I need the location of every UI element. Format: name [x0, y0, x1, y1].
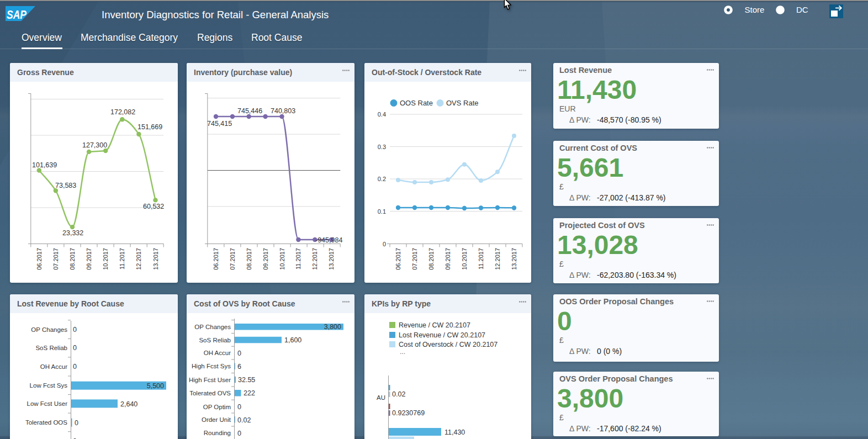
svg-text:12.2017: 12.2017	[311, 248, 318, 270]
svg-text:0.9230769: 0.9230769	[392, 409, 425, 417]
svg-text:High Fcst Sys: High Fcst Sys	[192, 363, 231, 369]
svg-text:Tolerated OVS: Tolerated OVS	[189, 390, 231, 396]
svg-text:Low Fcst Sys: Low Fcst Sys	[30, 382, 68, 389]
svg-text:0: 0	[73, 363, 77, 371]
svg-text:AU: AU	[377, 394, 385, 401]
svg-text:0: 0	[383, 241, 386, 247]
svg-text:6: 6	[237, 363, 241, 371]
svg-text:740,803: 740,803	[271, 107, 295, 115]
svg-text:07.2017: 07.2017	[411, 248, 418, 270]
svg-text:SoS Reliab: SoS Reliab	[199, 337, 231, 343]
svg-text:0.02: 0.02	[237, 416, 251, 424]
svg-text:745,446: 745,446	[237, 107, 262, 115]
svg-text:OH Accur: OH Accur	[40, 363, 67, 370]
svg-text:High Fcst User: High Fcst User	[189, 377, 231, 383]
svg-text:13.2017: 13.2017	[511, 248, 517, 270]
svg-text:09.2017: 09.2017	[86, 248, 92, 270]
svg-text:32.55: 32.55	[238, 376, 255, 384]
svg-text:OP Changes: OP Changes	[31, 326, 67, 333]
svg-text:OP Changes: OP Changes	[194, 324, 231, 330]
svg-text:OH Accur: OH Accur	[204, 350, 231, 356]
svg-text:11,430: 11,430	[444, 429, 465, 436]
svg-text:0: 0	[237, 403, 241, 411]
svg-text:Tolerated OOS: Tolerated OOS	[25, 419, 67, 426]
svg-text:172,082: 172,082	[110, 108, 135, 116]
svg-text:Rounding: Rounding	[204, 430, 231, 436]
svg-text:10.2017: 10.2017	[461, 248, 468, 270]
svg-text:07.2017: 07.2017	[52, 248, 59, 270]
svg-text:11.2017: 11.2017	[295, 248, 301, 269]
svg-text:0.1: 0.1	[378, 208, 386, 215]
svg-text:-945,984: -945,984	[315, 236, 342, 244]
svg-text:Revenue / CW 20.2107: Revenue / CW 20.2107	[399, 321, 470, 329]
svg-text:13.2017: 13.2017	[328, 248, 335, 270]
svg-text:10.2017: 10.2017	[279, 248, 285, 270]
svg-text:3,800: 3,800	[324, 323, 341, 331]
svg-text:06.2017: 06.2017	[395, 248, 401, 270]
svg-text:0.02: 0.02	[392, 390, 405, 398]
svg-text:0.4: 0.4	[378, 111, 386, 118]
svg-text:2,640: 2,640	[120, 400, 137, 408]
svg-text:SoS Reliab: SoS Reliab	[35, 345, 67, 351]
svg-text:5,500: 5,500	[147, 382, 164, 390]
svg-text:08.2017: 08.2017	[428, 248, 435, 270]
svg-text:0: 0	[237, 350, 241, 357]
svg-text:08.2017: 08.2017	[69, 248, 76, 270]
svg-text:127,300: 127,300	[82, 141, 107, 149]
svg-text:23,332: 23,332	[62, 229, 83, 237]
svg-text:...: ...	[400, 348, 405, 356]
svg-text:11.2017: 11.2017	[478, 248, 484, 269]
svg-text:151,669: 151,669	[137, 123, 162, 131]
svg-text:13.2017: 13.2017	[152, 248, 159, 270]
svg-text:Cost of Overstock / CW 20.2107: Cost of Overstock / CW 20.2107	[399, 341, 497, 348]
svg-text:OOS Rate: OOS Rate	[400, 99, 433, 107]
svg-text:0.3: 0.3	[378, 144, 386, 150]
svg-text:0.2: 0.2	[378, 176, 386, 182]
svg-text:OVS Rate: OVS Rate	[446, 99, 479, 107]
svg-text:0: 0	[73, 326, 77, 334]
svg-text:10.2017: 10.2017	[102, 248, 109, 270]
svg-text:OP Optim: OP Optim	[203, 404, 231, 410]
svg-text:73,583: 73,583	[55, 182, 76, 189]
svg-text:60,532: 60,532	[143, 203, 164, 210]
svg-text:09.2017: 09.2017	[444, 248, 451, 270]
svg-text:09.2017: 09.2017	[262, 248, 269, 270]
svg-text:0: 0	[73, 344, 77, 352]
svg-text:12.2017: 12.2017	[494, 248, 501, 270]
svg-text:07.2017: 07.2017	[229, 248, 236, 270]
svg-text:06.2017: 06.2017	[213, 248, 219, 270]
svg-text:DC: DC	[796, 5, 808, 14]
svg-text:745,415: 745,415	[207, 120, 232, 128]
svg-text:08.2017: 08.2017	[246, 248, 252, 270]
svg-text:Order Unit: Order Unit	[202, 416, 231, 423]
svg-text:0: 0	[75, 419, 78, 427]
svg-text:Store: Store	[745, 5, 765, 14]
svg-text:222: 222	[244, 389, 255, 397]
svg-text:SAP: SAP	[7, 8, 27, 22]
svg-text:0: 0	[237, 430, 241, 437]
svg-text:1,600: 1,600	[284, 336, 301, 344]
svg-text:12.2017: 12.2017	[135, 248, 142, 270]
svg-text:Lost Revenue / CW 20.2107: Lost Revenue / CW 20.2107	[399, 331, 485, 339]
svg-text:101,639: 101,639	[32, 161, 57, 169]
svg-text:11.2017: 11.2017	[119, 248, 125, 269]
svg-text:06.2017: 06.2017	[36, 248, 43, 270]
svg-text:Low Fcst User: Low Fcst User	[27, 400, 68, 407]
